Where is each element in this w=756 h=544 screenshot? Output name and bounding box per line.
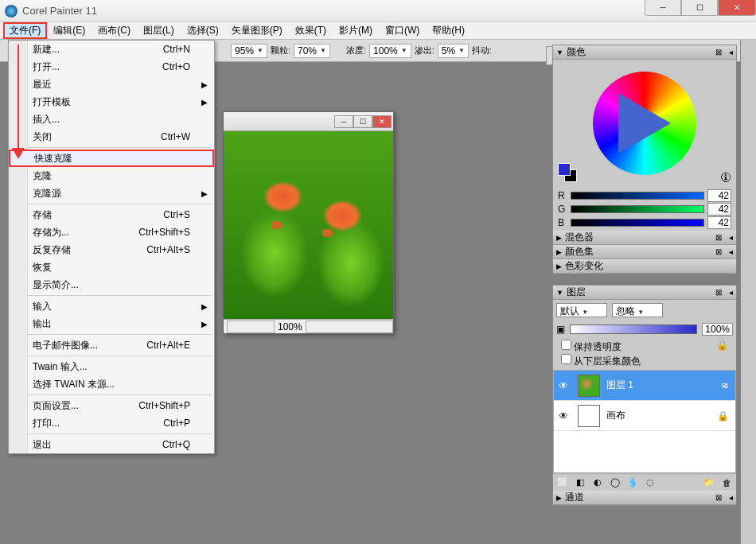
layers-panel-header[interactable]: ▼ 图层 ⊠ ◂: [553, 286, 736, 300]
grain-field[interactable]: 70%▼: [294, 44, 330, 58]
file-menu-item[interactable]: 输出▶: [9, 315, 214, 332]
file-menu-item[interactable]: 选择 TWAIN 来源...: [9, 375, 214, 393]
folder-icon[interactable]: 📁: [703, 476, 715, 489]
blue-value[interactable]: 42: [707, 216, 731, 229]
layer-list: 👁 图层 1 ≋ 👁 画布 🔒: [553, 370, 736, 473]
blue-slider[interactable]: [571, 219, 704, 227]
file-menu-item[interactable]: 最近▶: [9, 76, 214, 93]
file-menu-item[interactable]: 打印...Ctrl+P: [9, 414, 214, 432]
preserve-transparency-checkbox[interactable]: [561, 340, 571, 350]
green-value[interactable]: 42: [707, 203, 731, 216]
blend-mode-select[interactable]: 默认 ▼: [556, 303, 607, 317]
file-menu-item[interactable]: 打开模板▶: [9, 93, 214, 111]
trash-icon[interactable]: 🗑: [720, 476, 733, 489]
menu-effects[interactable]: 效果(T): [289, 22, 333, 39]
layer-opacity-value[interactable]: 100%: [702, 323, 733, 336]
panel-close-icon[interactable]: ⊠: [715, 288, 722, 297]
panel-close-icon[interactable]: ⊠: [715, 48, 722, 56]
canvas-viewport[interactable]: [224, 131, 393, 319]
visibility-eye-icon[interactable]: 👁: [559, 380, 571, 391]
green-slider[interactable]: [571, 205, 704, 213]
file-menu-item[interactable]: 显示简介...: [9, 276, 214, 293]
droplet-outline-icon[interactable]: ◌: [644, 476, 657, 489]
colorset-panel-header[interactable]: ▶ 颜色集 ⊠ ◂: [553, 245, 736, 259]
hue-wheel[interactable]: [593, 72, 696, 175]
red-slider[interactable]: [571, 192, 704, 200]
doc-minimize-button[interactable]: ─: [334, 115, 353, 128]
panel-menu-icon[interactable]: ◂: [729, 288, 733, 297]
file-menu-item[interactable]: 反复存储Ctrl+Alt+S: [9, 241, 214, 258]
color-swatches[interactable]: [558, 163, 579, 184]
close-button[interactable]: ✕: [718, 0, 756, 16]
doc-maximize-button[interactable]: ☐: [353, 115, 372, 128]
disclosure-triangle-icon: ▶: [556, 234, 562, 242]
submenu-arrow-icon: ▶: [201, 80, 208, 89]
file-menu-item[interactable]: 页面设置...Ctrl+Shift+P: [9, 397, 214, 414]
opacity-field[interactable]: 95%▼: [231, 44, 267, 58]
file-menu-item[interactable]: 存储为...Ctrl+Shift+S: [9, 223, 214, 241]
file-menu-item[interactable]: 克隆: [9, 167, 214, 185]
ignore-select[interactable]: 忽略 ▼: [612, 303, 663, 317]
menu-select[interactable]: 选择(S): [181, 22, 225, 39]
file-menu-item[interactable]: Twain 输入...: [9, 358, 214, 375]
menu-layer[interactable]: 图层(L): [137, 22, 181, 39]
menu-movie[interactable]: 影片(M): [333, 22, 379, 39]
layer-row[interactable]: 👁 画布 🔒: [554, 401, 735, 431]
foreground-color-swatch[interactable]: [558, 163, 571, 176]
panel-menu-icon[interactable]: ◂: [729, 233, 733, 242]
file-menu-item[interactable]: 克隆源▶: [9, 185, 214, 202]
channels-panel-header[interactable]: ▶ 通道 ⊠ ◂: [553, 491, 736, 505]
file-menu-item[interactable]: 退出Ctrl+Q: [9, 436, 214, 453]
lock-icon[interactable]: 🔒: [716, 340, 728, 351]
file-menu-item[interactable]: 恢复: [9, 258, 214, 276]
info-icon[interactable]: 🛈: [720, 171, 731, 184]
color-panel-header[interactable]: ▼ 颜色 ⊠ ◂: [553, 45, 736, 60]
mixer-panel-header[interactable]: ▶ 混色器 ⊠ ◂: [553, 231, 736, 245]
panel-close-icon[interactable]: ⊠: [715, 233, 722, 242]
file-menu-item[interactable]: 关闭Ctrl+W: [9, 128, 214, 146]
file-menu-item[interactable]: 电子邮件图像...Ctrl+Alt+E: [9, 336, 214, 354]
menu-help[interactable]: 帮助(H): [426, 22, 471, 39]
layer-icon-3[interactable]: ◐: [591, 476, 604, 489]
lock-icon[interactable]: 🔒: [717, 410, 729, 422]
menu-file[interactable]: 文件(F): [3, 22, 47, 39]
layer-effect-icon[interactable]: ≋: [721, 380, 729, 391]
saturation-value-triangle[interactable]: [618, 93, 671, 153]
layer-row[interactable]: 👁 图层 1 ≋: [554, 371, 735, 401]
density-field[interactable]: 100%▼: [369, 44, 411, 58]
file-menu-item[interactable]: 新建...Ctrl+N: [9, 41, 214, 58]
horizontal-scrollbar[interactable]: [306, 321, 393, 333]
new-layer-icon[interactable]: ⬜: [556, 476, 569, 489]
panel-close-icon[interactable]: ⊠: [715, 493, 722, 502]
visibility-eye-icon[interactable]: 👁: [559, 410, 571, 422]
red-value[interactable]: 42: [707, 189, 731, 202]
layer-opacity-slider[interactable]: [570, 324, 697, 334]
minimize-button[interactable]: ─: [645, 0, 681, 16]
panel-close-icon[interactable]: ⊠: [715, 247, 722, 256]
menu-separator: [12, 295, 211, 296]
menu-shape[interactable]: 矢量图形(P): [225, 22, 289, 39]
maximize-button[interactable]: ☐: [681, 0, 718, 16]
file-menu-item[interactable]: 插入...: [9, 111, 214, 128]
file-menu-item[interactable]: 存储Ctrl+S: [9, 206, 214, 223]
droplet-icon[interactable]: 💧: [626, 476, 639, 489]
annotation-arrow-head: [12, 148, 25, 159]
file-menu-dropdown: 新建...Ctrl+N打开...Ctrl+O最近▶打开模板▶插入...关闭Ctr…: [8, 40, 215, 454]
panel-menu-icon[interactable]: ◂: [729, 247, 733, 256]
layer-icon-2[interactable]: ◧: [574, 476, 586, 489]
doc-close-button[interactable]: ✕: [372, 115, 392, 128]
exude-field[interactable]: 5%▼: [438, 44, 469, 58]
layer-toggle-icon[interactable]: ▣: [556, 324, 565, 335]
file-menu-item[interactable]: 快速克隆: [9, 150, 214, 167]
file-menu-item[interactable]: 打开...Ctrl+O: [9, 58, 214, 76]
file-menu-item[interactable]: 输入▶: [9, 297, 214, 315]
layer-mask-icon[interactable]: ◯: [609, 476, 622, 489]
menu-edit[interactable]: 编辑(E): [47, 22, 92, 39]
menu-canvas[interactable]: 画布(C): [92, 22, 137, 39]
panel-menu-icon[interactable]: ◂: [729, 493, 733, 502]
pick-underlying-checkbox[interactable]: [561, 354, 571, 364]
zoom-slider[interactable]: [227, 321, 275, 333]
color-change-panel-header[interactable]: ▶ 色彩变化: [553, 259, 736, 274]
menu-window[interactable]: 窗口(W): [379, 22, 426, 39]
panel-menu-icon[interactable]: ◂: [729, 48, 733, 56]
